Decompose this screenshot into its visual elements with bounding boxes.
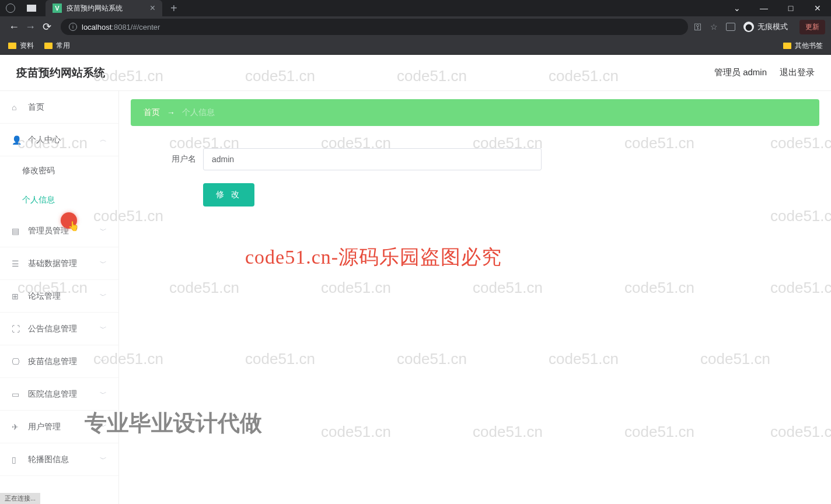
menu-label: 论坛管理 [28,291,61,302]
menu-label: 个人中心 [28,135,61,145]
sidebar-item-user[interactable]: ✈ 用户管理 ﹀ [0,411,118,443]
menu-label: 轮播图信息 [28,454,69,465]
clipboard-icon: ▤ [12,226,21,236]
close-window-button[interactable]: ✕ [804,0,831,16]
chat-icon: ▭ [12,390,21,399]
url-input[interactable]: i localhost:8081/#/center [61,19,688,35]
username-input[interactable] [203,148,542,170]
menu-label: 管理员管理 [28,226,69,236]
browser-tab[interactable]: V 疫苗预约网站系统 × [46,0,162,16]
chevron-down-icon: ﹀ [100,389,107,399]
send-icon: ✈ [12,422,21,432]
user-label[interactable]: 管理员 admin [714,67,767,78]
grid-icon: ⊞ [12,292,21,301]
update-button[interactable]: 更新 [799,20,825,34]
minimize-button[interactable]: — [750,0,777,16]
bookmark-folder-2[interactable]: 常用 [44,41,70,51]
menu-label: 医院信息管理 [28,389,77,400]
monitor-icon: 🖵 [12,357,21,366]
reload-button[interactable]: ⟳ [39,20,55,33]
sidebar-item-vaccine[interactable]: 🖵 疫苗信息管理 ﹀ [0,345,118,378]
sidebar: ⌂ 首页 👤 个人中心 ︿ 修改密码 个人信息 ▤ 管理员管理 ﹀ ☰ 基础数据… [0,91,119,504]
back-button[interactable]: ← [6,21,22,33]
sidebar-item-base-data[interactable]: ☰ 基础数据管理 ﹀ [0,247,118,280]
bookmark-folder-1[interactable]: 资料 [8,41,34,51]
sidebar-item-home[interactable]: ⌂ 首页 [0,91,118,124]
bookmark-label: 常用 [56,41,70,51]
chevron-down-icon: ﹀ [100,291,107,301]
chevron-up-icon: ︿ [100,135,107,145]
breadcrumb-arrow-icon: → [167,108,175,117]
maximize-button[interactable]: □ [777,0,804,16]
menu-label: 用户管理 [28,422,61,432]
sidebar-item-carousel[interactable]: ▯ 轮播图信息 ﹀ [0,443,118,476]
user-icon: 👤 [12,135,21,145]
menu-label: 首页 [28,102,44,113]
url-host: localhost [82,23,111,32]
folder-icon [44,43,53,49]
folder-icon [783,43,791,49]
app-header: 疫苗预约网站系统 管理员 admin 退出登录 [0,55,831,91]
sidebar-item-personal-center[interactable]: 👤 个人中心 ︿ [0,124,118,156]
key-icon[interactable]: ⚿ [694,22,702,32]
browser-tab-strip: V 疫苗预约网站系统 × + ⌄ — □ ✕ [0,0,831,16]
sidebar-item-hospital[interactable]: ▭ 医院信息管理 ﹀ [0,378,118,411]
expand-icon: ⛶ [12,324,21,334]
other-bookmarks[interactable]: 其他书签 [783,41,823,51]
chevron-down-icon: ﹀ [100,356,107,366]
extensions-icon[interactable] [726,23,735,31]
other-bookmarks-label: 其他书签 [795,41,823,51]
address-bar: ← → ⟳ i localhost:8081/#/center ⚿ ☆ ⬤ 无痕… [0,16,831,37]
sidebar-item-forum[interactable]: ⊞ 论坛管理 ﹀ [0,280,118,313]
bookmarks-bar: 资料 常用 其他书签 [0,37,831,55]
form: 用户名 修 改 [131,148,819,206]
chevron-down-icon: ﹀ [100,324,107,334]
breadcrumb-current: 个人信息 [182,107,215,118]
status-bar: 正在连接... [0,493,40,504]
incognito-indicator: ⬤ 无痕模式 [743,22,788,32]
app-title: 疫苗预约网站系统 [16,65,105,80]
logout-link[interactable]: 退出登录 [780,67,815,78]
submit-button[interactable]: 修 改 [203,183,254,206]
chevron-down-icon: ﹀ [100,226,107,236]
bookmark-label: 资料 [20,41,34,51]
incognito-icon: ⬤ [743,22,754,32]
folder-icon [8,43,16,49]
username-label: 用户名 [160,154,196,164]
site-info-icon[interactable]: i [69,23,77,31]
chevron-down-icon: ﹀ [100,454,107,464]
sidebar-sub-change-password[interactable]: 修改密码 [0,156,118,186]
cursor-hand-icon: 👆 [68,220,79,232]
window-icon [27,5,36,12]
forward-button[interactable]: → [22,21,39,33]
breadcrumb: 首页 → 个人信息 [131,99,819,126]
list-icon: ☰ [12,259,21,268]
sidebar-item-admin-mgmt[interactable]: ▤ 管理员管理 ﹀ [0,215,118,247]
incognito-label: 无痕模式 [757,22,788,32]
menu-label: 公告信息管理 [28,324,77,334]
new-tab-button[interactable]: + [170,2,177,15]
chevron-down-icon[interactable]: ⌄ [724,0,750,16]
menu-label: 疫苗信息管理 [28,356,77,367]
sidebar-sub-personal-info[interactable]: 个人信息 [0,186,118,215]
menu-label: 基础数据管理 [28,258,77,269]
main-content: 首页 → 个人信息 用户名 修 改 [119,91,831,504]
sidebar-item-notice[interactable]: ⛶ 公告信息管理 ﹀ [0,313,118,345]
close-tab-icon[interactable]: × [150,3,155,13]
vue-favicon-icon: V [53,4,62,13]
chevron-down-icon: ﹀ [100,422,107,432]
tab-title: 疫苗预约网站系统 [67,4,123,13]
breadcrumb-home[interactable]: 首页 [144,107,160,118]
url-path: :8081/#/center [111,23,160,32]
browser-icon [6,4,15,13]
home-icon: ⌂ [12,103,21,112]
bookmark-star-icon[interactable]: ☆ [710,22,718,32]
chevron-down-icon: ﹀ [100,258,107,268]
image-icon: ▯ [12,455,21,464]
